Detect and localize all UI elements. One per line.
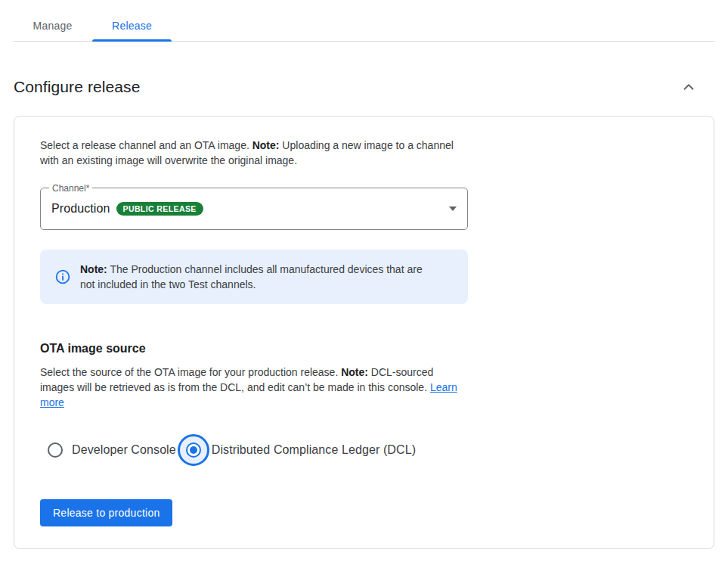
ota-note-label: Note: <box>341 366 368 378</box>
chevron-up-icon <box>680 79 697 95</box>
info-icon <box>55 269 70 284</box>
radio-dcl-dot <box>190 446 197 454</box>
radio-developer-console[interactable] <box>48 442 63 458</box>
ota-source-description: Select the source of the OTA image for y… <box>40 365 468 410</box>
channel-select-label: Channel* <box>49 183 92 194</box>
tab-manage-label: Manage <box>33 20 73 32</box>
tab-release[interactable]: Release <box>92 11 172 41</box>
configure-release-card: Select a release channel and an OTA imag… <box>14 116 714 549</box>
radio-dcl-label[interactable]: Distributed Compliance Ledger (DCL) <box>212 443 416 457</box>
production-note-box: Note: The Production channel includes al… <box>40 250 468 304</box>
channel-select[interactable]: Channel* Production PUBLIC RELEASE <box>40 188 468 230</box>
collapse-section-button[interactable] <box>677 75 701 99</box>
ota-desc-pre: Select the source of the OTA image for y… <box>40 366 341 378</box>
page-title: Configure release <box>14 78 140 96</box>
tab-manage[interactable]: Manage <box>13 11 92 41</box>
ota-source-heading: OTA image source <box>40 342 468 356</box>
tab-bar: Manage Release <box>13 0 715 42</box>
note-box-body: The Production channel includes all manu… <box>80 263 423 290</box>
section-header: Configure release <box>14 75 714 99</box>
ota-source-radio-group: Developer Console Distributed Compliance… <box>48 434 468 466</box>
channel-select-value: Production <box>51 202 110 216</box>
intro-text: Select a release channel and an OTA imag… <box>40 138 468 168</box>
note-box-label: Note: <box>80 263 107 275</box>
production-note-text: Note: The Production channel includes al… <box>80 262 435 292</box>
public-release-badge: PUBLIC RELEASE <box>116 202 203 216</box>
intro-text-pre: Select a release channel and an OTA imag… <box>40 139 252 151</box>
dropdown-arrow-icon <box>449 206 457 211</box>
radio-developer-console-label[interactable]: Developer Console <box>72 443 176 457</box>
release-to-production-button[interactable]: Release to production <box>40 499 172 526</box>
radio-dcl[interactable] <box>178 434 209 466</box>
radio-dcl-selected-icon <box>186 442 201 458</box>
tab-release-label: Release <box>112 20 152 32</box>
intro-note-label: Note: <box>252 139 280 151</box>
